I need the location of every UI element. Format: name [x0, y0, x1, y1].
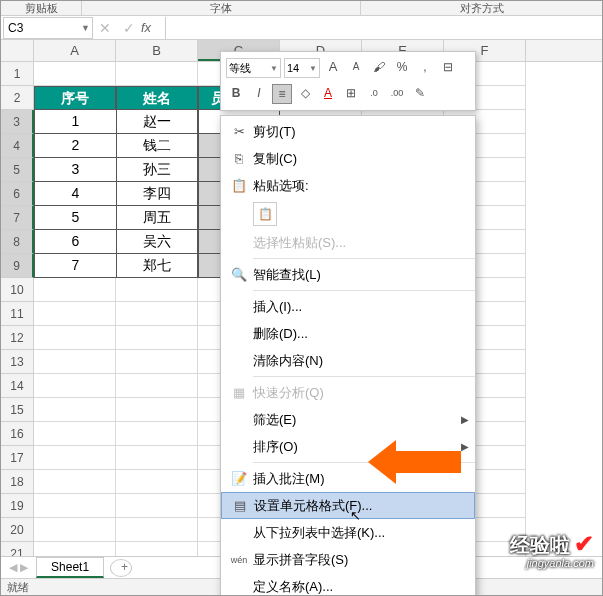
- header-cell[interactable]: 序号: [34, 86, 116, 110]
- format-painter-icon[interactable]: 🖌: [369, 58, 389, 78]
- ctx-delete[interactable]: 删除(D)...: [221, 320, 475, 347]
- sheet-tab[interactable]: Sheet1: [36, 557, 104, 578]
- cell[interactable]: [116, 374, 198, 398]
- italic-icon[interactable]: I: [249, 84, 269, 104]
- row-header[interactable]: 5: [1, 158, 34, 182]
- header-cell[interactable]: 姓名: [116, 86, 198, 110]
- decrease-decimal-icon[interactable]: .00: [387, 84, 407, 104]
- cell[interactable]: [116, 494, 198, 518]
- increase-font-icon[interactable]: A: [323, 58, 343, 78]
- ctx-filter[interactable]: 筛选(E)▶: [221, 406, 475, 433]
- cell[interactable]: 钱二: [116, 134, 198, 158]
- cell[interactable]: [116, 302, 198, 326]
- cell[interactable]: [116, 62, 198, 86]
- row-header[interactable]: 3: [1, 110, 34, 134]
- font-size: 14: [287, 62, 299, 74]
- row-header[interactable]: 7: [1, 206, 34, 230]
- cell[interactable]: [116, 446, 198, 470]
- bold-icon[interactable]: B: [226, 84, 246, 104]
- increase-decimal-icon[interactable]: .0: [364, 84, 384, 104]
- row-header[interactable]: 14: [1, 374, 34, 398]
- cell[interactable]: 孙三: [116, 158, 198, 182]
- cell[interactable]: 5: [34, 206, 116, 230]
- cell[interactable]: [34, 422, 116, 446]
- font-selector[interactable]: 等线▼: [226, 58, 281, 78]
- cell[interactable]: [34, 62, 116, 86]
- format-painter-icon[interactable]: ✎: [410, 84, 430, 104]
- row-header[interactable]: 18: [1, 470, 34, 494]
- row-header[interactable]: 8: [1, 230, 34, 254]
- row-header[interactable]: 2: [1, 86, 34, 110]
- row-header[interactable]: 4: [1, 134, 34, 158]
- cell[interactable]: [116, 326, 198, 350]
- cell[interactable]: 7: [34, 254, 116, 278]
- border-icon[interactable]: ⊞: [341, 84, 361, 104]
- cell[interactable]: 李四: [116, 182, 198, 206]
- ctx-smart-lookup[interactable]: 🔍智能查找(L): [221, 261, 475, 288]
- cell[interactable]: [34, 278, 116, 302]
- cell[interactable]: 吴六: [116, 230, 198, 254]
- cell[interactable]: [34, 374, 116, 398]
- cell[interactable]: [34, 326, 116, 350]
- row-header[interactable]: 20: [1, 518, 34, 542]
- row-header[interactable]: 15: [1, 398, 34, 422]
- formula-bar[interactable]: [165, 17, 602, 39]
- paste-option-icon[interactable]: 📋: [253, 202, 277, 226]
- ctx-insert[interactable]: 插入(I)...: [221, 293, 475, 320]
- cell[interactable]: 周五: [116, 206, 198, 230]
- row-header[interactable]: 13: [1, 350, 34, 374]
- row-header[interactable]: 10: [1, 278, 34, 302]
- row-header[interactable]: 12: [1, 326, 34, 350]
- cell[interactable]: [34, 494, 116, 518]
- cell[interactable]: 3: [34, 158, 116, 182]
- cell[interactable]: [116, 422, 198, 446]
- cell[interactable]: [116, 398, 198, 422]
- align-icon[interactable]: ≡: [272, 84, 292, 104]
- ctx-copy[interactable]: ⎘复制(C): [221, 145, 475, 172]
- row-header[interactable]: 1: [1, 62, 34, 86]
- ctx-pick-from-list[interactable]: 从下拉列表中选择(K)...: [221, 519, 475, 546]
- cell[interactable]: [34, 398, 116, 422]
- decrease-font-icon[interactable]: A: [346, 58, 366, 78]
- cell[interactable]: [34, 350, 116, 374]
- row-header[interactable]: 16: [1, 422, 34, 446]
- col-header[interactable]: B: [116, 40, 198, 61]
- cell[interactable]: [34, 470, 116, 494]
- row-header[interactable]: 17: [1, 446, 34, 470]
- row-header[interactable]: 19: [1, 494, 34, 518]
- comma-icon[interactable]: ,: [415, 58, 435, 78]
- cell[interactable]: [116, 278, 198, 302]
- cell[interactable]: 赵一: [116, 110, 198, 134]
- ctx-define-name[interactable]: 定义名称(A)...: [221, 573, 475, 596]
- row-header[interactable]: 9: [1, 254, 34, 278]
- row-header[interactable]: 6: [1, 182, 34, 206]
- col-header[interactable]: A: [34, 40, 116, 61]
- fill-color-icon[interactable]: ◇: [295, 84, 315, 104]
- cell[interactable]: 1: [34, 110, 116, 134]
- cell[interactable]: 4: [34, 182, 116, 206]
- cell[interactable]: 2: [34, 134, 116, 158]
- ctx-format-cells[interactable]: ▤设置单元格格式(F)...↖: [221, 492, 475, 519]
- select-all-corner[interactable]: [1, 40, 34, 61]
- row-header[interactable]: 11: [1, 302, 34, 326]
- merge-icon[interactable]: ⊟: [438, 58, 458, 78]
- ctx-show-pinyin[interactable]: wén显示拼音字段(S): [221, 546, 475, 573]
- chevron-down-icon[interactable]: ▼: [81, 23, 90, 33]
- cell[interactable]: 郑七: [116, 254, 198, 278]
- cell[interactable]: [34, 446, 116, 470]
- cell[interactable]: [34, 302, 116, 326]
- ctx-clear[interactable]: 清除内容(N): [221, 347, 475, 374]
- cell[interactable]: [116, 350, 198, 374]
- cell[interactable]: [116, 518, 198, 542]
- percent-icon[interactable]: %: [392, 58, 412, 78]
- name-box[interactable]: C3▼: [3, 17, 93, 39]
- ctx-cut[interactable]: ✂剪切(T): [221, 118, 475, 145]
- font-size-selector[interactable]: 14▼: [284, 58, 320, 78]
- fx-icon[interactable]: fx: [141, 20, 165, 35]
- font-color-icon[interactable]: A: [318, 84, 338, 104]
- tab-nav-icon[interactable]: ◀ ▶: [1, 561, 36, 574]
- add-sheet-icon[interactable]: +: [110, 559, 132, 577]
- cell[interactable]: 6: [34, 230, 116, 254]
- cell[interactable]: [34, 518, 116, 542]
- cell[interactable]: [116, 470, 198, 494]
